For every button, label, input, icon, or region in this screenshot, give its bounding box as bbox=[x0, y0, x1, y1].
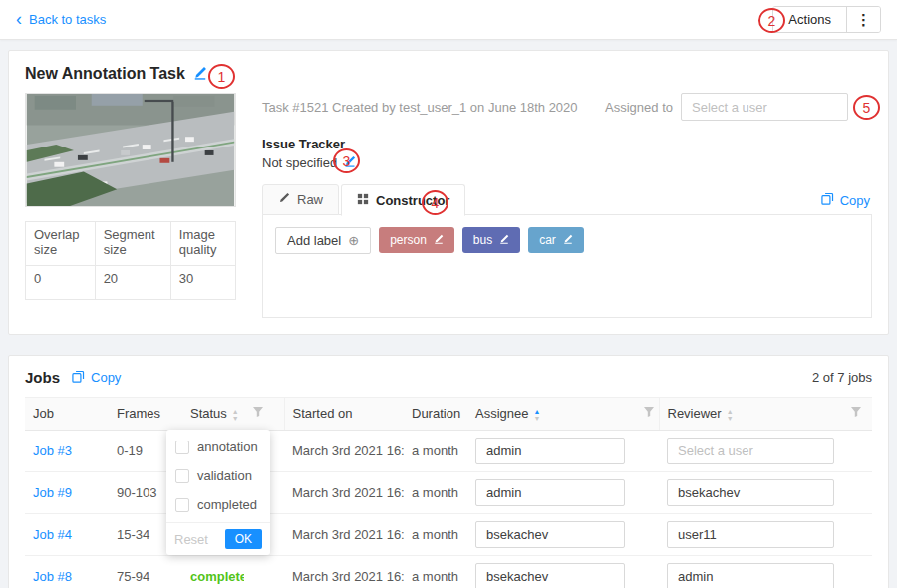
table-row: Job #8 75-94 completed? March 3rd 2021 1… bbox=[25, 555, 872, 588]
started-cell: March 3rd 2021 16:03 bbox=[284, 555, 404, 588]
labels-tabs: Raw Constructor Copy bbox=[262, 184, 872, 215]
param-header-quality: Image quality bbox=[170, 222, 235, 266]
col-reviewer: Reviewer▲▼ bbox=[659, 398, 842, 431]
copy-labels-label: Copy bbox=[840, 193, 870, 208]
chevron-left-icon: ‹ bbox=[16, 12, 22, 26]
param-value-overlap: 0 bbox=[26, 266, 96, 300]
status-sort-icon[interactable]: ▲▼ bbox=[232, 408, 239, 422]
status-completed-text: completed bbox=[190, 569, 244, 584]
col-status: Status▲▼ bbox=[182, 398, 244, 431]
task-assignee-input[interactable] bbox=[681, 93, 848, 121]
jobs-table: Job Frames Status▲▼ Started on Duration … bbox=[25, 397, 872, 588]
reviewer-input[interactable] bbox=[667, 479, 834, 506]
assignee-input[interactable] bbox=[475, 479, 625, 506]
param-header-overlap: Overlap size bbox=[26, 222, 96, 266]
filter-option-label: validation bbox=[197, 468, 252, 483]
label-tag-person[interactable]: person bbox=[379, 227, 454, 253]
label-tag-bus[interactable]: bus bbox=[462, 227, 520, 253]
reviewer-input[interactable] bbox=[667, 521, 834, 548]
jobs-card: Jobs Copy 2 of 7 jobs Job Frames Status▲… bbox=[8, 355, 889, 588]
col-started-on: Started on bbox=[284, 398, 404, 431]
tab-raw[interactable]: Raw bbox=[262, 184, 339, 215]
col-duration: Duration bbox=[404, 398, 467, 431]
assignee-input[interactable] bbox=[475, 521, 625, 548]
checkbox[interactable] bbox=[175, 441, 189, 454]
param-header-segment: Segment size bbox=[95, 222, 170, 266]
job-link[interactable]: Job #4 bbox=[33, 527, 72, 542]
filter-reset-button[interactable]: Reset bbox=[174, 532, 208, 547]
table-row: Job #9 90-103 March 3rd 2021 16:03 a mon… bbox=[25, 471, 872, 513]
plus-circle-icon: ⊕ bbox=[348, 233, 359, 248]
checkbox[interactable] bbox=[175, 469, 189, 483]
tab-constructor-label: Constructor bbox=[376, 193, 449, 208]
edit-label-icon[interactable] bbox=[434, 233, 444, 247]
job-link[interactable]: Job #9 bbox=[33, 485, 72, 500]
reviewer-input[interactable] bbox=[667, 563, 834, 588]
duration-cell: a month bbox=[404, 513, 467, 555]
edit-issue-tracker-icon[interactable] bbox=[344, 155, 356, 170]
copy-icon bbox=[72, 370, 85, 386]
status-filter-icon[interactable] bbox=[244, 398, 284, 431]
filter-option-validation[interactable]: validation bbox=[166, 461, 270, 490]
add-label-text: Add label bbox=[287, 233, 341, 248]
status-filter-dropdown: annotation validation completed Reset OK bbox=[166, 430, 270, 555]
label-tag-car[interactable]: car bbox=[528, 227, 584, 253]
assignee-input[interactable] bbox=[475, 438, 625, 464]
more-menu-icon[interactable]: ⋮ bbox=[847, 7, 880, 32]
back-to-tasks-link[interactable]: ‹ Back to tasks bbox=[16, 12, 106, 27]
label-tag-car-name: car bbox=[539, 233, 556, 247]
job-link[interactable]: Job #8 bbox=[33, 569, 72, 584]
filter-option-label: annotation bbox=[197, 440, 258, 454]
constructor-icon bbox=[357, 193, 369, 208]
assignee-sort-icon[interactable]: ▲▼ bbox=[533, 408, 540, 422]
jobs-count: 2 of 7 jobs bbox=[812, 370, 872, 385]
col-assignee: Assignee▲▼ bbox=[467, 398, 635, 431]
labels-constructor-panel: Add label ⊕ person bus bbox=[262, 214, 872, 318]
actions-button[interactable]: Actions bbox=[773, 7, 847, 32]
task-preview-image bbox=[25, 93, 236, 207]
task-title: New Annotation Task bbox=[25, 65, 185, 83]
top-bar: ‹ Back to tasks Actions ⋮ bbox=[0, 0, 897, 40]
assignee-filter-icon[interactable] bbox=[635, 398, 659, 431]
assignee-input[interactable] bbox=[475, 563, 625, 588]
param-value-quality: 30 bbox=[170, 266, 235, 300]
duration-cell: a month bbox=[404, 555, 467, 588]
frames-cell: 75-94 bbox=[109, 555, 182, 588]
started-cell: March 3rd 2021 16:03 bbox=[284, 430, 404, 471]
add-label-button[interactable]: Add label ⊕ bbox=[275, 227, 371, 254]
jobs-header-row: Job Frames Status▲▼ Started on Duration … bbox=[25, 398, 872, 431]
job-link[interactable]: Job #3 bbox=[33, 443, 72, 458]
copy-icon bbox=[821, 192, 834, 208]
filter-option-annotation[interactable]: annotation bbox=[166, 433, 270, 461]
copy-jobs-link[interactable]: Copy bbox=[72, 370, 121, 386]
filter-option-completed[interactable]: completed bbox=[166, 490, 270, 519]
actions-button-group: Actions ⋮ bbox=[772, 6, 881, 33]
edit-task-name-icon[interactable] bbox=[193, 66, 207, 83]
reviewer-sort-icon[interactable]: ▲▼ bbox=[727, 408, 734, 422]
task-details-page: ‹ Back to tasks Actions ⋮ New Annotation… bbox=[0, 0, 897, 588]
label-tag-person-name: person bbox=[390, 233, 427, 247]
edit-label-icon[interactable] bbox=[499, 233, 509, 247]
checkbox[interactable] bbox=[175, 498, 189, 512]
edit-label-icon[interactable] bbox=[563, 233, 573, 247]
col-job: Job bbox=[25, 398, 109, 431]
jobs-title: Jobs bbox=[25, 369, 60, 386]
tab-raw-label: Raw bbox=[297, 192, 323, 207]
assigned-to-label: Assigned to bbox=[605, 100, 673, 115]
task-details-card: New Annotation Task bbox=[8, 50, 889, 335]
table-row: Job #4 15-34 March 3rd 2021 16:03 a mont… bbox=[25, 513, 872, 555]
started-cell: March 3rd 2021 16:03 bbox=[284, 471, 404, 513]
copy-jobs-label: Copy bbox=[91, 370, 121, 385]
filter-ok-button[interactable]: OK bbox=[225, 529, 262, 549]
duration-cell: a month bbox=[404, 471, 467, 513]
reviewer-filter-icon[interactable] bbox=[842, 398, 872, 431]
tab-constructor[interactable]: Constructor bbox=[341, 184, 465, 216]
filter-option-label: completed bbox=[197, 497, 257, 512]
issue-tracker-label: Issue Tracker bbox=[262, 137, 872, 151]
reviewer-input[interactable] bbox=[667, 438, 834, 464]
param-value-segment: 20 bbox=[95, 266, 170, 300]
copy-labels-link[interactable]: Copy bbox=[821, 192, 870, 208]
back-to-tasks-label: Back to tasks bbox=[29, 12, 106, 27]
pencil-icon bbox=[278, 192, 290, 207]
issue-tracker-value: Not specified bbox=[262, 155, 337, 170]
